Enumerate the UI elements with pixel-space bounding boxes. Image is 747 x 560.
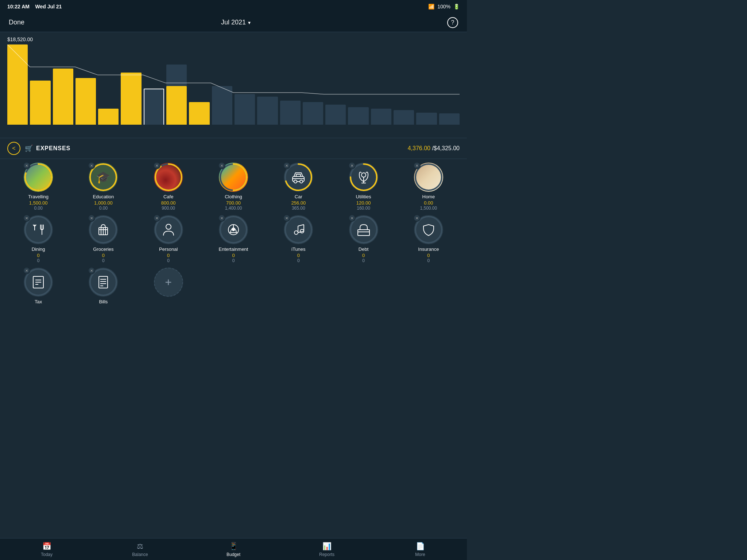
category-budget: 0.00 [34, 206, 42, 211]
category-item[interactable]: ✕Personal00 [138, 215, 200, 263]
status-time-date: 10:22 AM Wed Jul 21 [7, 4, 62, 9]
category-item[interactable]: ✕Tax [7, 268, 69, 305]
category-budget: 0 [427, 258, 430, 263]
back-button[interactable]: < [7, 142, 20, 155]
chart-bar [416, 44, 437, 125]
chart-bar [280, 44, 301, 125]
category-name: Car [295, 194, 302, 199]
remove-category-button[interactable]: ✕ [348, 162, 356, 169]
category-item[interactable]: ✕Groceries00 [72, 215, 134, 263]
battery-icon: 🔋 [453, 4, 460, 9]
remove-category-button[interactable]: ✕ [23, 214, 30, 222]
remove-category-button[interactable]: ✕ [218, 214, 225, 222]
done-button[interactable]: Done [9, 19, 24, 26]
month-label: Jul 2021 [221, 19, 246, 26]
category-item[interactable]: ✕Entertainment00 [202, 215, 264, 263]
category-spent: 1,500.00 [29, 200, 48, 206]
chart-area: $18,520.00 [0, 32, 467, 138]
month-selector[interactable]: Jul 2021 ▾ [221, 19, 251, 26]
category-spent: 120.00 [356, 200, 371, 206]
chart-bar [53, 44, 73, 125]
chart-bar [144, 44, 164, 125]
chart-bar [121, 44, 141, 125]
category-name: iTunes [291, 246, 306, 252]
category-budget: 0 [362, 258, 365, 263]
category-item[interactable]: ✕Home0.001,500.00 [398, 163, 460, 211]
category-item[interactable]: ✕Dining00 [7, 215, 69, 263]
status-date: Wed Jul 21 [35, 4, 62, 9]
category-spent: 0 [232, 253, 235, 258]
category-item[interactable]: ✕Clothing700.001,400.00 [202, 163, 264, 211]
category-name: Groceries [93, 246, 113, 252]
category-name: Home [422, 194, 435, 199]
category-item[interactable]: ✕iTunes00 [267, 215, 329, 263]
add-circle: + [154, 268, 183, 297]
chart-bar [439, 44, 460, 125]
chart-bar [348, 44, 368, 125]
category-item[interactable]: ✕Cafe800.00900.00 [138, 163, 200, 211]
category-budget: 0 [232, 258, 235, 263]
category-name: Entertainment [219, 246, 248, 252]
category-spent: 0 [167, 253, 170, 258]
category-name: Clothing [225, 194, 242, 199]
category-budget: 365.00 [292, 206, 305, 211]
category-budget: 1,400.00 [225, 206, 242, 211]
chart-bar [212, 44, 232, 125]
chart-bar [189, 44, 209, 125]
category-name: Education [93, 194, 114, 199]
chart-bar [257, 44, 278, 125]
chevron-down-icon: ▾ [248, 20, 251, 26]
expenses-amount: 4,376.00 /$4,325.00 [408, 145, 460, 152]
status-bar: 10:22 AM Wed Jul 21 📶 100% 🔋 [0, 0, 467, 13]
category-budget: 900.00 [162, 206, 175, 211]
chart-bar [371, 44, 391, 125]
chart-bar [98, 44, 119, 125]
chart-bar [30, 44, 50, 125]
category-budget: 0 [167, 258, 170, 263]
status-time: 10:22 AM [7, 4, 30, 9]
category-spent: 0 [102, 253, 105, 258]
chart-max-label: $18,520.00 [7, 36, 460, 42]
category-name: Cafe [163, 194, 173, 199]
category-spent: 0 [297, 253, 300, 258]
category-item[interactable]: ✕🎓Education1,000.000.00 [72, 163, 134, 211]
category-item[interactable]: ✕Insurance00 [398, 215, 460, 263]
expenses-left: < 🛒 EXPENSES [7, 142, 70, 155]
category-budget: 0 [297, 258, 300, 263]
category-item[interactable]: ✕Debt00 [332, 215, 394, 263]
chart-bar [303, 44, 323, 125]
category-budget: 0 [37, 258, 40, 263]
category-item[interactable]: ✕Car256.00365.00 [267, 163, 329, 211]
remove-category-button[interactable]: ✕ [23, 267, 30, 274]
header: Done Jul 2021 ▾ ? [0, 13, 467, 32]
category-spent: 1,000.00 [94, 200, 113, 206]
category-name: Tax [35, 299, 42, 304]
remove-category-button[interactable]: ✕ [153, 162, 160, 169]
remove-category-button[interactable]: ✕ [218, 162, 225, 169]
status-indicators: 📶 100% 🔋 [428, 4, 460, 9]
remove-category-button[interactable]: ✕ [413, 162, 421, 169]
category-name: Bills [99, 299, 108, 304]
category-spent: 700.00 [226, 200, 241, 206]
category-name: Travelling [28, 194, 49, 199]
category-name: Personal [159, 246, 178, 252]
expenses-budget: /$4,325.00 [432, 145, 460, 151]
category-item[interactable]: ✕Utilities120.00160.00 [332, 163, 394, 211]
category-item[interactable]: ✕Travelling1,500.000.00 [7, 163, 69, 211]
expenses-label: 🛒 EXPENSES [25, 144, 70, 152]
category-item[interactable]: ✕Bills [72, 268, 134, 305]
remove-category-button[interactable]: ✕ [153, 214, 160, 222]
remove-category-button[interactable]: ✕ [23, 162, 30, 169]
chart-bars [7, 44, 460, 125]
help-button[interactable]: ? [447, 17, 458, 28]
expenses-title: EXPENSES [36, 145, 70, 152]
remove-category-button[interactable]: ✕ [413, 214, 421, 222]
remove-category-button[interactable]: ✕ [348, 214, 356, 222]
category-spent: 0.00 [424, 200, 433, 206]
add-category-button[interactable]: + [138, 268, 200, 305]
chart-bar [325, 44, 346, 125]
expenses-row: < 🛒 EXPENSES 4,376.00 /$4,325.00 [0, 138, 467, 159]
category-budget: 160.00 [357, 206, 370, 211]
wifi-icon: 📶 [428, 4, 434, 9]
category-budget: 0 [102, 258, 105, 263]
